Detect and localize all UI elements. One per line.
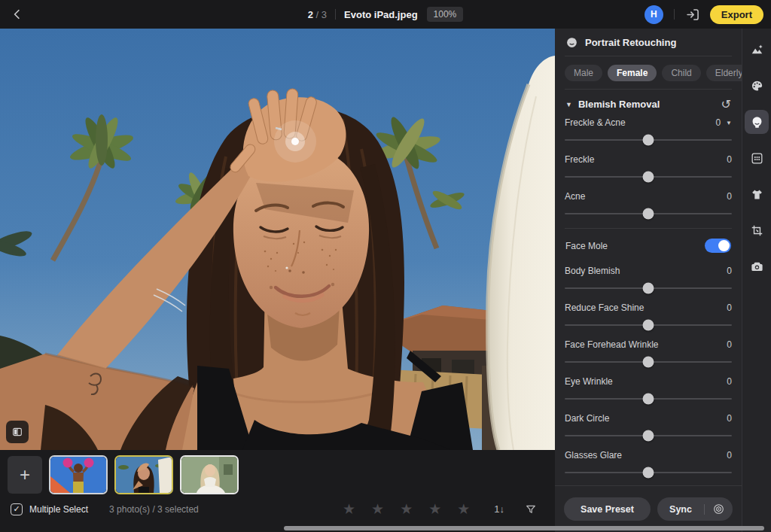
photo-canvas[interactable] <box>0 29 555 450</box>
collapse-caret-icon[interactable]: ▼ <box>565 101 572 108</box>
slider-thumb[interactable] <box>643 135 654 146</box>
tool-background[interactable] <box>745 146 769 170</box>
star-icon-1[interactable]: ★ <box>343 502 355 516</box>
panel-header: Portrait Retouching <box>565 29 732 56</box>
tool-clothing[interactable] <box>745 182 769 206</box>
filmstrip-bar: + <box>0 450 555 532</box>
thumbnail-3-image <box>181 457 237 493</box>
portrait-face-icon <box>565 36 578 49</box>
tool-strip <box>742 29 771 532</box>
slider-value: 0 <box>727 302 732 313</box>
slider-value: 0 <box>727 191 732 202</box>
check-icon: ✓ <box>13 504 20 514</box>
landscape-enhance-icon <box>750 43 764 57</box>
tab-female[interactable]: Female <box>608 65 657 81</box>
divider <box>335 9 336 20</box>
sync-button[interactable]: Sync <box>657 504 705 515</box>
import-export-icon[interactable] <box>685 7 701 23</box>
save-preset-button[interactable]: Save Preset <box>564 497 651 521</box>
thumbnail-2-image <box>116 457 172 493</box>
retouch-panel: Portrait Retouching Male Female Child El… <box>555 29 771 532</box>
tab-child[interactable]: Child <box>662 65 700 81</box>
star-icon-5[interactable]: ★ <box>457 502 470 516</box>
slider-track[interactable] <box>565 361 732 363</box>
panel-footer: Save Preset Sync <box>555 485 742 532</box>
tool-camera[interactable] <box>745 254 769 278</box>
sync-settings-button[interactable] <box>705 503 733 515</box>
slider-value: 0 <box>715 117 721 128</box>
evoto-app-window: 2 / 3 Evoto iPad.jpeg 100% H Export <box>0 0 771 532</box>
gender-tabs: Male Female Child Elderly <box>565 65 732 81</box>
slider-track[interactable] <box>565 472 732 473</box>
reset-icon[interactable]: ↺ <box>721 99 731 110</box>
avatar[interactable]: H <box>645 5 663 24</box>
thumbnail-photo-1[interactable] <box>49 455 108 494</box>
slider-label: Freckle <box>565 154 727 165</box>
tab-elderly[interactable]: Elderly <box>706 65 742 81</box>
face-mole-switch[interactable] <box>705 239 731 253</box>
slider-label: Dark Circle <box>565 413 727 424</box>
slider-track[interactable] <box>565 287 732 289</box>
slider-body-blemish: Body Blemish0 <box>565 266 732 289</box>
horizontal-scrollbar[interactable] <box>284 526 764 530</box>
slider-thumb[interactable] <box>643 208 654 220</box>
top-bar-actions: H Export <box>645 0 763 29</box>
tool-crop[interactable] <box>745 218 769 242</box>
chevron-down-icon[interactable]: ▼ <box>726 120 732 126</box>
slider-label: Acne <box>565 191 727 202</box>
slider-freckle: Freckle0 <box>565 154 732 178</box>
multiple-select-checkbox[interactable]: ✓ <box>11 503 23 515</box>
slider-track[interactable] <box>565 139 732 141</box>
slider-thumb[interactable] <box>643 467 654 479</box>
tool-color-palette[interactable] <box>745 74 769 98</box>
add-photo-button[interactable]: + <box>8 456 42 494</box>
slider-track[interactable] <box>565 435 732 436</box>
slider-thumb[interactable] <box>643 283 654 294</box>
thumbnail-photo-3[interactable] <box>180 455 239 494</box>
panel-title: Portrait Retouching <box>585 37 676 48</box>
camera-icon <box>750 260 764 274</box>
top-bar: 2 / 3 Evoto iPad.jpeg 100% H Export <box>0 0 771 29</box>
file-name: Evoto iPad.jpeg <box>344 9 418 20</box>
slider-thumb[interactable] <box>643 394 654 405</box>
slider-thumb[interactable] <box>643 430 654 442</box>
multiple-select-label[interactable]: Multiple Select <box>29 504 88 515</box>
slider-value: 0 <box>727 450 732 461</box>
slider-track[interactable] <box>565 324 732 326</box>
tool-portrait-retouch[interactable] <box>745 110 769 134</box>
counter-current: 2 <box>308 9 313 20</box>
photo-counter: 2 / 3 <box>308 9 327 20</box>
zoom-level[interactable]: 100% <box>427 7 464 22</box>
split-view-icon <box>11 426 23 438</box>
star-icon-4[interactable]: ★ <box>428 502 441 516</box>
filter-button[interactable] <box>525 503 537 515</box>
slider-track[interactable] <box>565 398 732 400</box>
toggle-label: Face Mole <box>565 241 705 251</box>
slider-dark-circle: Dark Circle0 <box>565 413 732 436</box>
switch-knob <box>718 240 730 251</box>
section-header-blemish-removal[interactable]: ▼ Blemish Removal ↺ <box>565 89 732 117</box>
thumbnail-photo-2-current[interactable] <box>114 455 173 494</box>
tool-ai-enhance[interactable] <box>745 38 769 62</box>
sync-button-group: Sync <box>657 497 733 521</box>
slider-thumb[interactable] <box>643 172 654 183</box>
rating-group: ★ ★ ★ ★ ★ 1↓ <box>327 502 537 516</box>
divider <box>674 9 675 20</box>
slider-value: 0 <box>727 339 732 350</box>
slider-thumb[interactable] <box>643 357 654 368</box>
star-icon-2[interactable]: ★ <box>371 502 384 516</box>
slider-label: Face Forehead Wrinkle <box>565 339 727 350</box>
slider-reduce-face-shine: Reduce Face Shine0 <box>565 302 732 326</box>
section-title: Blemish Removal <box>578 99 715 110</box>
tab-male[interactable]: Male <box>565 65 602 81</box>
export-button[interactable]: Export <box>710 5 763 24</box>
compare-view-button[interactable] <box>6 421 29 443</box>
slider-track[interactable] <box>565 213 732 214</box>
star-icon-3[interactable]: ★ <box>400 502 413 516</box>
slider-track[interactable] <box>565 176 732 178</box>
slider-thumb[interactable] <box>643 320 654 331</box>
panel-content: Portrait Retouching Male Female Child El… <box>555 29 742 532</box>
background-checker-icon <box>750 151 764 166</box>
filmstrip-info-row: ✓ Multiple Select 3 photo(s) / 3 selecte… <box>0 502 555 516</box>
sort-order-button[interactable]: 1↓ <box>494 503 504 515</box>
